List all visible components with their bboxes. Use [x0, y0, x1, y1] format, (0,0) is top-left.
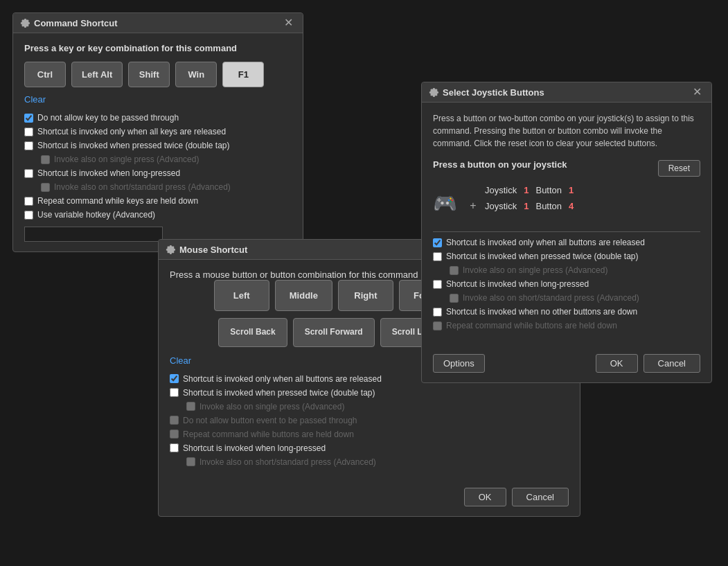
joy-assignments-list: Joystick 1 Button 1 + Joystick 1 Button … [461, 185, 574, 212]
mouse-cb3-row: Invoke also on single press (Advanced) [186, 402, 569, 412]
joy-cb5-checkbox [450, 294, 459, 303]
joy-btn-num-1: 1 [569, 185, 574, 195]
mouse-cb5-label: Repeat command while buttons are held do… [183, 430, 354, 439]
cmd-cb6-checkbox [41, 183, 50, 192]
cmd-cb8-checkbox[interactable] [24, 211, 33, 220]
cmd-cb5-checkbox[interactable] [24, 169, 33, 178]
mouse-clear-link[interactable]: Clear [170, 355, 191, 366]
joy-cb3-checkbox [450, 266, 459, 275]
mouse-middle-button[interactable]: Middle [275, 280, 332, 311]
mouse-cb7-label: Invoke also on short/standard press (Adv… [199, 457, 376, 467]
cmd-close-button[interactable]: ✕ [281, 17, 296, 28]
cmd-cb2-label: Shortcut is invoked only when all keys a… [37, 127, 226, 136]
mouse-cb5-checkbox [170, 430, 179, 439]
mouse-cb4-label: Do not allow button event to be passed t… [183, 416, 357, 425]
mouse-cb4-row: Do not allow button event to be passed t… [170, 416, 569, 425]
joy-cb4-label: Shortcut is invoked when long-pressed [446, 279, 589, 289]
joy-btn-num-2: 4 [569, 201, 574, 211]
cmd-cb5-label: Shortcut is invoked when long-pressed [37, 168, 180, 178]
scroll-back-button[interactable]: Scroll Back [218, 318, 287, 347]
mouse-footer: OK Cancel [159, 481, 580, 516]
joystick-dialog: Select Joystick Buttons ✕ Press a button… [421, 82, 712, 383]
cmd-prompt: Press a key or key combination for this … [24, 43, 292, 53]
joy-close-button[interactable]: ✕ [690, 87, 704, 98]
joy-cb2-checkbox[interactable] [433, 252, 442, 261]
joy-cb5-label: Invoke also on short/standard press (Adv… [463, 293, 639, 303]
mouse-cb2-checkbox[interactable] [170, 388, 179, 397]
mouse-cb4-checkbox [170, 416, 179, 425]
cmd-cb6-label: Invoke also on short/standard press (Adv… [54, 182, 231, 192]
cmd-titlebar: Command Shortcut ✕ [13, 13, 303, 33]
joy-options: Shortcut is invoked only when all button… [433, 238, 700, 330]
joy-cb1-checkbox[interactable] [433, 238, 442, 247]
joy-cb3-row: Invoke also on single press (Advanced) [450, 265, 700, 275]
joy-cb2-label: Shortcut is invoked when pressed twice (… [446, 251, 638, 261]
joy-reset-button[interactable]: Reset [658, 160, 700, 177]
cmd-cb8-label: Use variable hotkey (Advanced) [37, 210, 155, 220]
cmd-key-buttons: Ctrl Left Alt Shift Win F1 [24, 62, 292, 87]
joy-ok-button[interactable]: OK [596, 354, 638, 373]
joy-titlebar: Select Joystick Buttons ✕ [422, 82, 711, 103]
mouse-right-button[interactable]: Right [338, 280, 393, 311]
cmd-content: Press a key or key combination for this … [13, 33, 303, 251]
cmd-cb2-row: Shortcut is invoked only when all keys a… [24, 127, 292, 136]
cmd-cb4-checkbox [41, 155, 50, 164]
cmd-cb5-row: Shortcut is invoked when long-pressed [24, 168, 292, 178]
mouse-cb2-row: Shortcut is invoked when pressed twice (… [170, 388, 569, 398]
joy-prefix-2: + [468, 200, 478, 212]
cmd-cb4-label: Invoke also on single press (Advanced) [54, 154, 199, 164]
joy-cb7-row: Repeat command while buttons are held do… [433, 321, 700, 330]
gear-icon [20, 18, 30, 28]
cmd-cb7-row: Repeat command while keys are held down [24, 196, 292, 206]
joy-cb6-label: Shortcut is invoked when no other button… [446, 307, 637, 317]
joy-prompt: Press a button on your joystick [433, 159, 567, 170]
mouse-cb6-checkbox[interactable] [170, 443, 179, 452]
joy-cancel-button[interactable]: Cancel [643, 354, 700, 373]
cmd-cb6-row: Invoke also on short/standard press (Adv… [41, 182, 292, 192]
scroll-forward-button[interactable]: Scroll Forward [293, 318, 375, 347]
joy-title: Select Joystick Buttons [429, 87, 544, 98]
key-leftalt[interactable]: Left Alt [71, 62, 123, 87]
joy-cb5-row: Invoke also on short/standard press (Adv… [450, 293, 700, 303]
joy-options-button[interactable]: Options [433, 354, 485, 373]
joy-btn-label-1: Button [535, 185, 562, 195]
mouse-cb6-row: Shortcut is invoked when long-pressed [170, 443, 569, 453]
cmd-cb3-label: Shortcut is invoked when pressed twice (… [37, 141, 229, 150]
command-shortcut-dialog: Command Shortcut ✕ Press a key or key co… [12, 12, 303, 252]
key-win[interactable]: Win [175, 62, 217, 87]
cmd-cb4-row: Invoke also on single press (Advanced) [41, 154, 292, 164]
mouse-cb6-label: Shortcut is invoked when long-pressed [183, 443, 326, 453]
key-shift[interactable]: Shift [128, 62, 170, 87]
mouse-left-button[interactable]: Left [214, 280, 269, 311]
joy-cb1-row: Shortcut is invoked only when all button… [433, 238, 700, 247]
mouse-cb1-checkbox[interactable] [170, 374, 179, 383]
cmd-cb3-checkbox[interactable] [24, 141, 33, 150]
joy-cb3-label: Invoke also on single press (Advanced) [463, 265, 607, 275]
mouse-cb2-label: Shortcut is invoked when pressed twice (… [183, 388, 375, 398]
cmd-cb1-checkbox[interactable] [24, 114, 33, 123]
cmd-cb7-checkbox[interactable] [24, 197, 33, 206]
cmd-text-input[interactable] [24, 227, 163, 242]
cmd-cb2-checkbox[interactable] [24, 127, 33, 136]
cmd-cb3-row: Shortcut is invoked when pressed twice (… [24, 141, 292, 150]
key-ctrl[interactable]: Ctrl [24, 62, 66, 87]
cmd-cb8-row: Use variable hotkey (Advanced) [24, 210, 292, 220]
cmd-cb7-label: Repeat command while keys are held down [37, 196, 198, 206]
joy-cb4-checkbox[interactable] [433, 280, 442, 289]
mouse-gear-icon [166, 245, 175, 254]
mouse-title: Mouse Shortcut [166, 245, 247, 255]
key-f1[interactable]: F1 [222, 62, 264, 87]
joy-content: Press a button or two-button combo on yo… [422, 103, 711, 347]
joy-row-2: + Joystick 1 Button 4 [468, 200, 574, 212]
cmd-clear-link[interactable]: Clear [24, 94, 46, 105]
joy-label-2: Joystick [485, 201, 517, 211]
joy-cb6-checkbox[interactable] [433, 308, 442, 317]
mouse-cancel-button[interactable]: Cancel [512, 488, 569, 506]
mouse-cb3-label: Invoke also on single press (Advanced) [199, 402, 344, 412]
joy-num-2: 1 [524, 201, 529, 211]
joy-assignments-area: 🎮 Joystick 1 Button 1 + Joystick 1 Butto… [433, 185, 700, 222]
joy-ok-cancel: OK Cancel [596, 354, 700, 373]
mouse-ok-button[interactable]: OK [464, 488, 506, 506]
mouse-cb7-row: Invoke also on short/standard press (Adv… [186, 457, 569, 467]
joy-header-row: Press a button on your joystick Reset [433, 159, 700, 177]
